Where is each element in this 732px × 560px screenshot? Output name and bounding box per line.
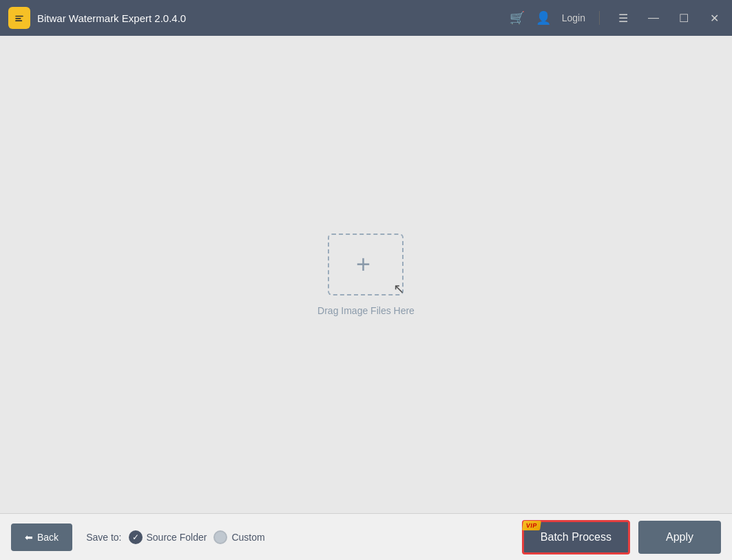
- app-title: Bitwar Watermark Expert 2.0.4.0: [37, 12, 510, 24]
- cart-icon[interactable]: 🛒: [510, 10, 525, 25]
- source-folder-check: ✓: [129, 530, 143, 544]
- back-button[interactable]: ⬅ Back: [11, 523, 72, 551]
- divider: [599, 11, 600, 25]
- source-folder-label: Source Folder: [147, 532, 207, 543]
- bottom-bar: ⬅ Back Save to: ✓ Source Folder Custom V…: [0, 513, 732, 560]
- apply-button[interactable]: Apply: [638, 521, 721, 554]
- cursor-icon: ↖: [393, 280, 405, 297]
- back-label: Back: [37, 532, 59, 543]
- svg-rect-2: [15, 18, 21, 19]
- add-icon: +: [356, 252, 370, 277]
- save-to-label: Save to:: [86, 532, 121, 543]
- custom-option[interactable]: Custom: [213, 530, 264, 544]
- main-content: + ↖ Drag Image Files Here: [0, 36, 732, 513]
- login-button[interactable]: Login: [562, 12, 585, 23]
- batch-process-button[interactable]: VIP Batch Process: [522, 520, 630, 554]
- custom-radio: [213, 530, 227, 544]
- minimize-button[interactable]: —: [644, 8, 663, 28]
- apply-label: Apply: [666, 531, 693, 543]
- maximize-button[interactable]: ☐: [674, 8, 693, 28]
- user-icon[interactable]: 👤: [536, 10, 551, 25]
- batch-process-label: Batch Process: [541, 531, 611, 543]
- title-bar: Bitwar Watermark Expert 2.0.4.0 🛒 👤 Logi…: [0, 0, 732, 36]
- save-to-group: Save to: ✓ Source Folder Custom: [86, 530, 522, 544]
- drop-zone[interactable]: + ↖ Drag Image Files Here: [317, 234, 415, 316]
- drop-box[interactable]: + ↖: [328, 234, 404, 295]
- vip-badge: VIP: [522, 521, 541, 530]
- svg-rect-1: [15, 16, 23, 17]
- menu-icon[interactable]: ☰: [614, 8, 633, 28]
- title-bar-controls: 🛒 👤 Login ☰ — ☐ ✕: [510, 8, 724, 28]
- app-logo: [8, 7, 30, 29]
- custom-label: Custom: [231, 532, 264, 543]
- drop-zone-label: Drag Image Files Here: [317, 305, 415, 316]
- back-arrow-icon: ⬅: [25, 532, 33, 543]
- source-folder-option[interactable]: ✓ Source Folder: [129, 530, 207, 544]
- svg-rect-3: [15, 20, 22, 21]
- close-button[interactable]: ✕: [704, 8, 724, 28]
